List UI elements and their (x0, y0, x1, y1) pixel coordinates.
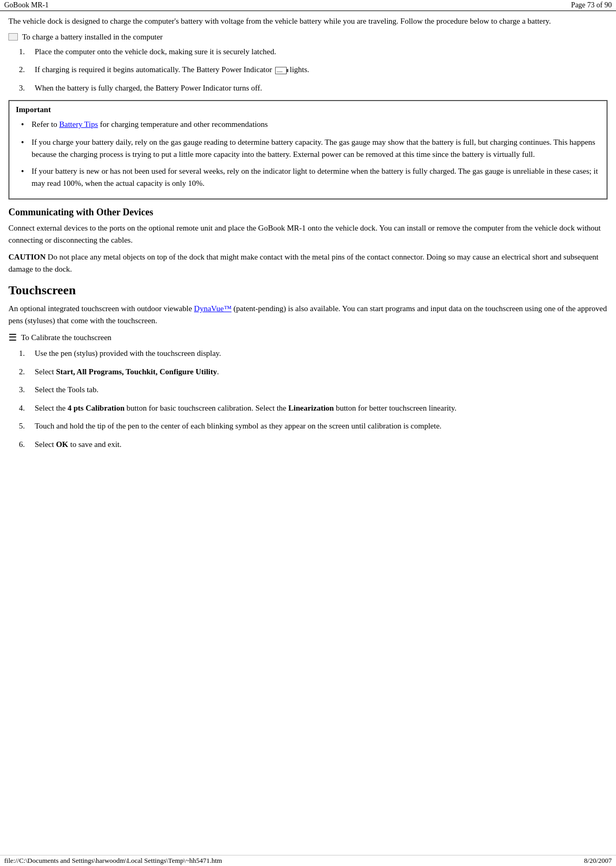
step-num-2: 2. (19, 64, 35, 76)
step-num-1: 1. (19, 46, 35, 58)
calibrate-step-2: 2. Select Start, All Programs, Touchkit,… (19, 366, 608, 378)
cal-step-num-5: 5. (19, 420, 35, 432)
step2-bold: Start, All Programs, Touchkit, Configure… (56, 367, 217, 376)
bullet-icon-3: • (21, 165, 32, 178)
cal-step-num-6: 6. (19, 439, 35, 451)
important-bullet-1: • Refer to Battery Tips for charging tem… (21, 118, 600, 131)
cal-step-text-3: Select the Tools tab. (35, 384, 98, 396)
calibrate-step-4: 4. Select the 4 pts Calibration button f… (19, 402, 608, 414)
communicating-para1: Connect external devices to the ports on… (8, 222, 608, 246)
calibrate-header-text: To Calibrate the touchscreen (21, 333, 112, 342)
important-bullet-3: • If your battery is new or has not been… (21, 165, 600, 189)
communicating-heading: Communicating with Other Devices (8, 207, 608, 218)
charge-step-3: 3. When the battery is fully charged, th… (19, 82, 608, 94)
cal-step-num-2: 2. (19, 366, 35, 378)
footer-date: 8/20/2007 (584, 857, 612, 865)
cal-step-num-3: 3. (19, 384, 35, 396)
step4-bold2: Linearization (288, 404, 334, 412)
bullet-text-3: If your battery is new or has not been u… (32, 165, 600, 189)
cal-step-text-4: Select the 4 pts Calibration button for … (35, 402, 457, 414)
step-text-1: Place the computer onto the vehicle dock… (35, 46, 276, 58)
intro-paragraph: The vehicle dock is designed to charge t… (8, 15, 608, 27)
cal-step-text-2: Select Start, All Programs, Touchkit, Co… (35, 366, 219, 378)
calibrate-icon: ☰ (8, 332, 17, 343)
calibrate-steps-list: 1. Use the pen (stylus) provided with th… (19, 347, 608, 450)
caution-paragraph: CAUTION Do not place any metal objects o… (8, 251, 608, 275)
page-header: GoBook MR-1 Page 73 of 90 (0, 0, 616, 11)
app-title: GoBook MR-1 (4, 1, 48, 9)
caution-label: CAUTION (8, 253, 46, 261)
important-bullets: • Refer to Battery Tips for charging tem… (21, 118, 600, 189)
charge-steps-list: 1. Place the computer onto the vehicle d… (19, 46, 608, 94)
caution-text: Do not place any metal objects on top of… (8, 253, 599, 273)
page-footer: file://C:\Documents and Settings\harwood… (0, 855, 616, 866)
charge-step-2: 2. If charging is required it begins aut… (19, 64, 608, 76)
important-title: Important (16, 105, 600, 114)
cal-step-text-1: Use the pen (stylus) provided with the t… (35, 347, 221, 360)
charge-header-text: To charge a battery installed in the com… (22, 33, 163, 42)
cal-step-num-4: 4. (19, 402, 35, 414)
calibrate-step-3: 3. Select the Tools tab. (19, 384, 608, 396)
touchscreen-heading: Touchscreen (8, 283, 608, 297)
charge-step-1: 1. Place the computer onto the vehicle d… (19, 46, 608, 58)
cal-step-text-5: Touch and hold the tip of the pen to the… (35, 420, 441, 432)
procedure-icon (8, 33, 18, 41)
bullet-icon-2: • (21, 136, 32, 149)
bullet-text-2: If you charge your battery daily, rely o… (32, 136, 600, 160)
bullet-icon-1: • (21, 118, 32, 131)
important-box: Important • Refer to Battery Tips for ch… (8, 100, 608, 200)
footer-path: file://C:\Documents and Settings\harwood… (4, 857, 222, 865)
charge-procedure-header: To charge a battery installed in the com… (8, 33, 608, 42)
battery-indicator-icon (275, 67, 287, 74)
cal-step-text-6: Select OK to save and exit. (35, 439, 122, 451)
calibrate-step-5: 5. Touch and hold the tip of the pen to … (19, 420, 608, 432)
step4-bold1: 4 pts Calibration (67, 404, 124, 412)
important-bullet-2: • If you charge your battery daily, rely… (21, 136, 600, 160)
calibrate-step-6: 6. Select OK to save and exit. (19, 439, 608, 451)
page-info: Page 73 of 90 (571, 1, 612, 9)
step-text-3: When the battery is fully charged, the B… (35, 82, 262, 94)
main-content: The vehicle dock is designed to charge t… (0, 11, 616, 461)
touchscreen-para1: An optional integrated touchscreen with … (8, 303, 608, 326)
calibrate-step-1: 1. Use the pen (stylus) provided with th… (19, 347, 608, 360)
calibrate-header: ☰ To Calibrate the touchscreen (8, 332, 608, 343)
step6-bold: OK (56, 440, 68, 449)
battery-tips-link[interactable]: Battery Tips (59, 120, 98, 128)
cal-step-num-1: 1. (19, 347, 35, 360)
dynavue-link[interactable]: DynaVue™ (194, 304, 231, 313)
step-num-3: 3. (19, 82, 35, 94)
step-text-2: If charging is required it begins automa… (35, 64, 309, 76)
bullet-text-1: Refer to Battery Tips for charging tempe… (32, 118, 268, 131)
